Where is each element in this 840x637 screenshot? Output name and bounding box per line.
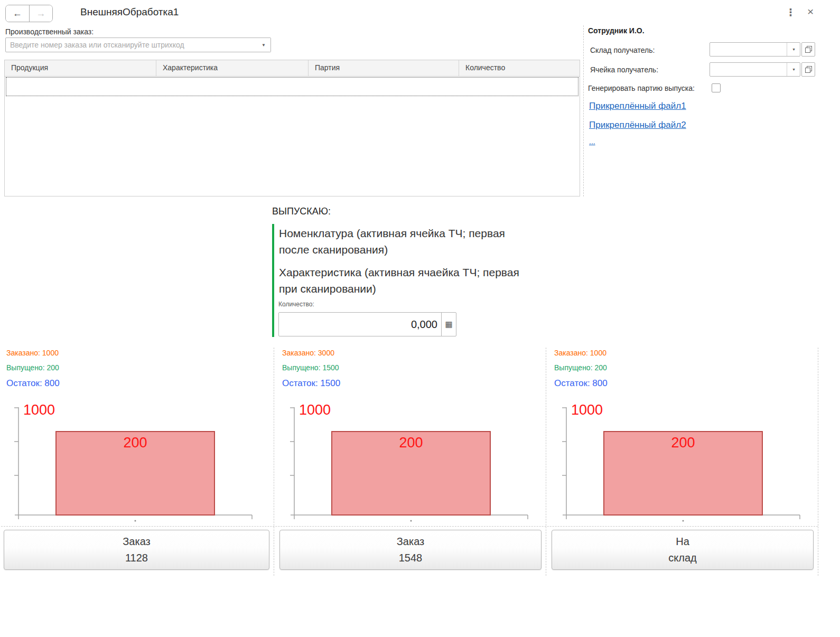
page-title: ВнешняяОбработка1 — [80, 6, 179, 18]
bar-chart: 1000 200 — [277, 399, 544, 527]
chevron-glyph: ▼ — [791, 48, 795, 52]
active-row-accent-bar — [272, 224, 274, 337]
cell-receiver-label: Ячейка получатель: — [590, 65, 658, 74]
products-table[interactable]: Продукция Характеристика Партия Количест… — [4, 60, 580, 196]
released-value: 200 — [46, 363, 59, 372]
open-form-icon — [805, 66, 812, 73]
remainder-label: Остаток: — [6, 378, 42, 388]
y-axis-max-label: 1000 — [299, 402, 331, 418]
chevron-down-icon[interactable]: ▼ — [787, 43, 800, 56]
button-label-line2: 1548 — [399, 550, 423, 566]
remainder-value: 1500 — [320, 378, 340, 388]
cell-receiver-value[interactable] — [710, 63, 787, 76]
calculator-button[interactable]: ▦ — [441, 313, 456, 336]
column-header-characteristic[interactable]: Характеристика — [156, 60, 309, 76]
order-card-3: Заказано: 1000 Выпущено: 200 Остаток: 80… — [549, 343, 816, 576]
warehouse-receiver-label: Склад получатель: — [590, 46, 655, 54]
close-icon[interactable]: × — [807, 5, 814, 18]
bar-value-label: 200 — [399, 435, 423, 451]
remainder-value: 800 — [44, 378, 59, 388]
released-stat: Выпущено: 200 — [6, 363, 59, 372]
generate-batch-label: Генерировать партию выпуска: — [588, 84, 695, 92]
to-warehouse-button[interactable]: На склад — [552, 530, 814, 570]
column-header-batch[interactable]: Партия — [309, 60, 459, 76]
cell-receiver-open-button[interactable] — [801, 62, 815, 77]
bar-value-label: 200 — [671, 435, 695, 451]
column-header-quantity[interactable]: Количество — [459, 60, 580, 76]
quantity-input[interactable] — [279, 313, 441, 336]
ordered-label: Заказано: — [554, 349, 588, 357]
button-label-line1: Заказ — [123, 533, 150, 550]
ordered-label: Заказано: — [6, 349, 40, 357]
quantity-label: Количество: — [278, 301, 314, 308]
card-separator — [546, 348, 546, 576]
bar-value-label: 200 — [123, 435, 147, 451]
x-tick-dot — [683, 520, 684, 522]
remainder-label: Остаток: — [554, 378, 590, 388]
card-separator — [274, 348, 274, 576]
released-label: Выпущено: — [554, 363, 593, 372]
cell-receiver-combo[interactable]: ▼ — [710, 62, 800, 77]
button-label-line2: склад — [668, 550, 696, 566]
order-card-1: Заказано: 1000 Выпущено: 200 Остаток: 80… — [1, 343, 272, 576]
x-tick-dot — [135, 520, 136, 522]
open-form-icon — [805, 46, 812, 53]
order-1128-button[interactable]: Заказ 1128 — [4, 530, 269, 570]
back-arrow-icon: ← — [13, 8, 22, 19]
button-label-line1: Заказ — [397, 533, 424, 550]
warehouse-receiver-value[interactable] — [710, 43, 787, 56]
table-selected-empty-row[interactable] — [6, 77, 578, 96]
order-1548-button[interactable]: Заказ 1548 — [279, 530, 542, 570]
forward-button[interactable]: → — [30, 5, 53, 22]
production-order-label: Производственный заказ: — [5, 27, 94, 36]
attached-file2-link[interactable]: Прикреплённый файл2 — [589, 120, 686, 130]
released-label: Выпущено: — [6, 363, 45, 372]
released-label: Выпущено: — [282, 363, 321, 372]
characteristic-text: Характеристика (активная ячаейка ТЧ; пер… — [279, 264, 533, 297]
table-header-row: Продукция Характеристика Партия Количест… — [5, 60, 580, 77]
calculator-icon: ▦ — [445, 320, 452, 329]
button-label-line1: На — [676, 533, 689, 550]
remainder-stat: Остаток: 1500 — [282, 378, 340, 389]
quantity-field: ▦ — [278, 312, 456, 336]
column-header-product[interactable]: Продукция — [5, 60, 156, 76]
ordered-stat: Заказано: 1000 — [554, 349, 606, 357]
pane-separator — [583, 25, 584, 196]
y-axis-max-label: 1000 — [23, 402, 55, 418]
released-stat: Выпущено: 1500 — [282, 363, 339, 372]
employee-name: Сотрудник И.О. — [588, 26, 645, 35]
chevron-glyph: ▼ — [791, 68, 795, 72]
warehouse-receiver-open-button[interactable] — [801, 42, 815, 57]
ordered-label: Заказано: — [282, 349, 316, 357]
nav-button-group: ← → — [5, 5, 53, 22]
release-section-title: ВЫПУСКАЮ: — [272, 206, 331, 217]
production-order-input[interactable] — [5, 38, 259, 52]
remainder-label: Остаток: — [282, 378, 318, 388]
back-button[interactable]: ← — [6, 5, 30, 22]
generate-batch-checkbox[interactable] — [712, 83, 721, 92]
more-menu-icon[interactable]: ⋮ — [786, 6, 796, 18]
production-order-dropdown-button[interactable]: ▼ — [256, 38, 271, 52]
ordered-stat: Заказано: 3000 — [282, 349, 334, 357]
forward-arrow-icon: → — [36, 8, 45, 19]
more-files-link[interactable]: ... — [589, 137, 595, 146]
bar-chart: 1000 200 — [1, 399, 268, 527]
app-window: ← → ВнешняяОбработка1 ⋮ × Производственн… — [0, 0, 840, 637]
released-stat: Выпущено: 200 — [554, 363, 607, 372]
ordered-value: 1000 — [590, 349, 606, 357]
order-card-2: Заказано: 3000 Выпущено: 1500 Остаток: 1… — [277, 343, 544, 576]
ordered-value: 1000 — [42, 349, 59, 357]
remainder-value: 800 — [592, 378, 607, 388]
button-label-line2: 1128 — [125, 550, 148, 566]
attached-file1-link[interactable]: Прикреплённый файл1 — [589, 101, 686, 111]
card-separator — [818, 348, 818, 576]
bar-chart: 1000 200 — [549, 399, 816, 527]
chevron-down-icon[interactable]: ▼ — [787, 63, 800, 76]
x-tick-dot — [410, 520, 412, 522]
remainder-stat: Остаток: 800 — [6, 378, 60, 389]
nomenclature-text: Номенклатура (активная ячейка ТЧ; первая… — [279, 225, 533, 258]
warehouse-receiver-combo[interactable]: ▼ — [710, 42, 800, 57]
released-value: 200 — [594, 363, 606, 372]
released-value: 1500 — [322, 363, 339, 372]
ordered-stat: Заказано: 1000 — [6, 349, 59, 357]
